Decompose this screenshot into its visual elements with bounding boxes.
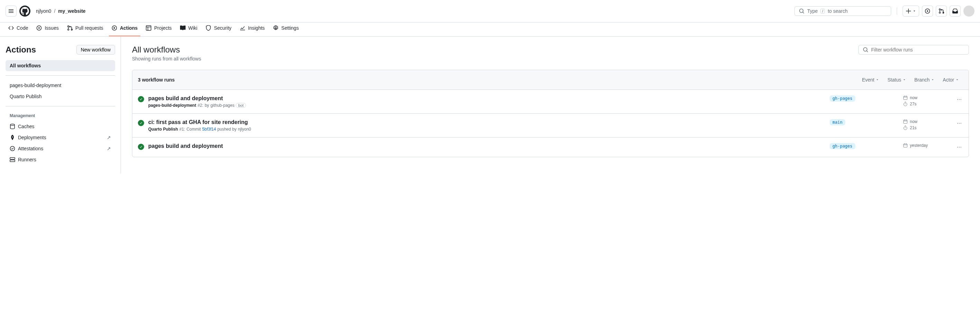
management-label: Management [6,111,115,121]
issues-button[interactable] [922,6,933,17]
svg-rect-13 [904,120,907,124]
rocket-icon [10,135,15,140]
global-search[interactable]: Type / to search [794,6,891,16]
run-menu-button[interactable]: ⋯ [956,143,963,151]
run-workflow: Quarto Publish [148,127,178,132]
database-icon [10,124,15,129]
sidebar-caches[interactable]: Caches [6,121,115,132]
run-actor[interactable]: njlyon0 [238,127,251,132]
search-icon [799,8,805,14]
repo-link[interactable]: my_website [58,8,85,14]
pulls-button[interactable] [936,6,947,17]
filter-actor[interactable]: Actor [939,76,963,84]
run-title[interactable]: ci: first pass at GHA for site rendering [148,119,826,126]
breadcrumb-sep: / [54,8,55,14]
run-count: 3 workflow runs [138,77,175,83]
nav-wiki[interactable]: Wiki [177,22,200,36]
sidebar-title: Actions [6,45,36,55]
nav-issues[interactable]: Issues [33,22,61,36]
create-new-button[interactable] [903,6,919,17]
sidebar-deployments[interactable]: Deployments ↗ [6,132,115,143]
filter-input[interactable] [871,47,964,52]
svg-rect-15 [904,144,907,148]
sidebar-workflow-item[interactable]: Quarto Publish [6,91,115,102]
run-title[interactable]: pages build and deployment [148,95,826,102]
book-icon [180,25,186,31]
nav-actions[interactable]: Actions [109,22,140,36]
branch-badge[interactable]: gh-pages [830,95,855,102]
inbox-icon [952,8,958,14]
stopwatch-icon [903,126,908,130]
filter-event[interactable]: Event [858,76,883,84]
svg-rect-5 [146,25,151,30]
server-icon [10,157,15,162]
issue-icon [36,25,42,31]
run-row: ✓ pages build and deployment pages-build… [132,90,969,114]
status-success-icon: ✓ [138,120,144,126]
sidebar-runners[interactable]: Runners [6,154,115,165]
code-icon [8,25,14,31]
owner-link[interactable]: njlyon0 [36,8,51,14]
branch-badge[interactable]: gh-pages [830,143,855,149]
gear-icon [273,25,278,31]
svg-rect-11 [904,96,907,100]
commit-link[interactable]: 5bf3f14 [202,127,216,132]
graph-icon [240,25,245,31]
nav-projects[interactable]: Projects [143,22,175,36]
git-pull-request-icon [939,8,944,14]
branch-badge[interactable]: main [830,119,845,126]
page-title: All workflows [132,45,201,55]
svg-point-1 [927,10,928,12]
sidebar-workflow-item[interactable]: pages-build-deployment [6,80,115,91]
svg-point-6 [275,27,277,29]
nav-code[interactable]: Code [6,22,31,36]
run-title[interactable]: pages build and deployment [148,143,826,149]
nav-settings[interactable]: Settings [270,22,302,36]
github-icon [21,7,29,15]
status-success-icon: ✓ [138,144,144,150]
svg-rect-10 [10,160,15,162]
search-suffix: to search [827,8,848,14]
hamburger-menu-button[interactable] [6,6,17,17]
run-row: ✓ ci: first pass at GHA for site renderi… [132,114,969,138]
chevron-down-icon [913,10,916,13]
divider [6,75,115,76]
table-icon [146,25,151,31]
run-menu-button[interactable]: ⋯ [956,119,963,127]
shield-icon [205,25,211,31]
github-logo[interactable] [19,6,30,17]
page-subtitle: Showing runs from all workflows [132,56,201,62]
chevron-down-icon [903,78,906,81]
divider [897,8,897,14]
user-avatar[interactable] [963,6,974,17]
nav-security[interactable]: Security [203,22,234,36]
filter-status[interactable]: Status [883,76,910,84]
breadcrumb: njlyon0 / my_website [36,8,86,14]
calendar-icon [903,119,908,124]
external-icon: ↗ [107,135,111,140]
nav-pulls[interactable]: Pull requests [64,22,106,36]
git-pull-request-icon [67,25,73,31]
plus-icon [906,8,911,14]
search-icon [863,47,869,52]
external-icon: ↗ [107,146,111,151]
sidebar-all-workflows[interactable]: All workflows [6,60,115,71]
svg-point-7 [10,124,14,126]
stopwatch-icon [903,102,908,106]
chevron-down-icon [956,78,959,81]
notifications-button[interactable] [950,6,961,17]
run-actor: github-pages [210,103,234,108]
run-workflow: pages-build-deployment [148,103,196,108]
nav-insights[interactable]: Insights [237,22,267,36]
chevron-down-icon [876,78,879,81]
sidebar-attestations[interactable]: Attestations ↗ [6,143,115,154]
filter-runs-search[interactable] [858,45,969,55]
hamburger-icon [8,8,14,14]
new-workflow-button[interactable]: New workflow [76,45,115,55]
run-menu-button[interactable]: ⋯ [956,95,963,104]
svg-point-3 [38,27,40,29]
svg-rect-9 [10,157,15,159]
search-prefix: Type [807,8,818,14]
verified-icon [10,146,15,151]
filter-branch[interactable]: Branch [910,76,939,84]
